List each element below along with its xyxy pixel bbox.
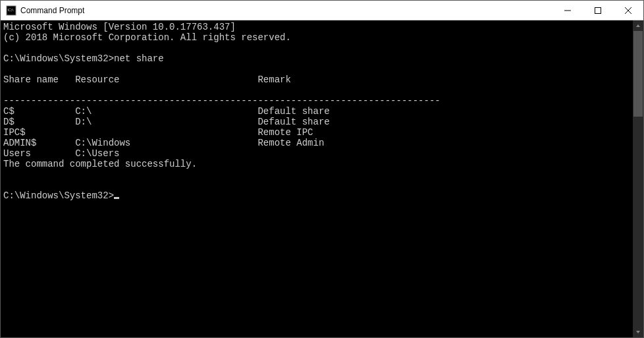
svg-rect-3 [595,7,601,13]
scrollbar[interactable] [633,20,643,337]
prompt-path: C:\Windows\System32> [3,53,114,64]
window: C:\ Command Prompt Microsoft Windows [Ve… [0,0,644,338]
command-text: net share [114,53,164,64]
table-body: C$ C:\ Default share D$ D:\ Default shar… [3,106,330,159]
window-title: Command Prompt [20,6,552,15]
terminal[interactable]: Microsoft Windows [Version 10.0.17763.43… [1,20,633,337]
cmd-icon: C:\ [6,5,16,16]
completion-message: The command completed successfully. [3,159,197,169]
titlebar[interactable]: C:\ Command Prompt [1,1,643,20]
scrollbar-thumb[interactable] [633,31,643,117]
minimize-button[interactable] [552,1,583,20]
svg-text:C:\: C:\ [8,7,14,13]
banner-line: Microsoft Windows [Version 10.0.17763.43… [3,22,236,32]
divider-line: ----------------------------------------… [3,96,441,106]
terminal-area: Microsoft Windows [Version 10.0.17763.43… [1,20,643,337]
scroll-down-icon[interactable] [633,327,643,337]
prompt-path: C:\Windows\System32> [3,190,114,201]
cursor [114,197,119,199]
close-button[interactable] [613,1,643,20]
maximize-button[interactable] [583,1,613,20]
scroll-up-icon[interactable] [633,20,643,31]
window-controls [552,1,643,20]
table-header: Share name Resource Remark [3,74,291,85]
banner-line: (c) 2018 Microsoft Corporation. All righ… [3,32,291,43]
